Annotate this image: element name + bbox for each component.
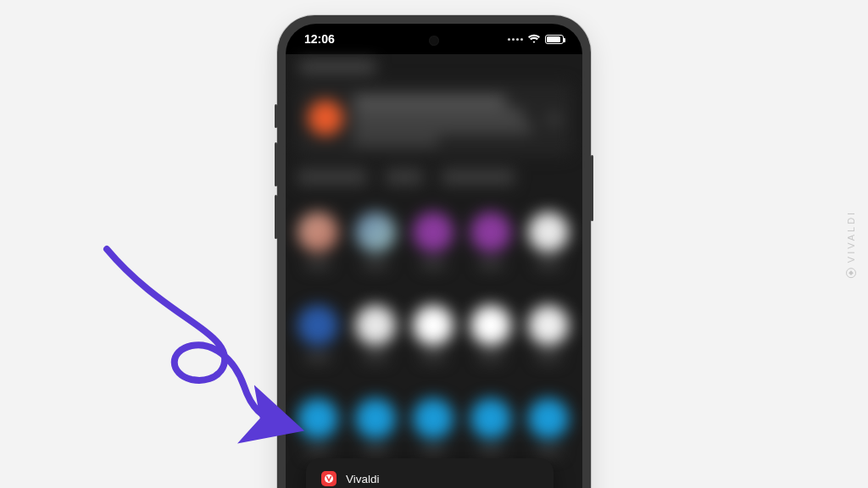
battery-icon [545,35,564,44]
watermark-text: VIVALDI [846,210,856,263]
vivaldi-app-icon [321,471,337,486]
wifi-icon [527,34,541,44]
volume-down-button [275,195,277,239]
side-button [275,104,277,128]
menu-header: Vivaldi [306,463,554,488]
annotation-arrow [92,242,329,446]
status-right [508,34,564,44]
volume-up-button [275,142,277,186]
watermark: VIVALDI [846,210,856,278]
vivaldi-watermark-icon [846,268,856,278]
menu-header-label: Vivaldi [346,473,380,485]
blurred-share-sheet-background [286,54,582,488]
signal-dots-icon [508,38,523,41]
share-target-menu: Vivaldi Vivaldi Add to Reading list [306,458,554,488]
phone-screen: 12:06 [286,24,582,488]
clock: 12:06 [304,32,335,46]
status-bar: 12:06 [286,24,582,54]
power-button [591,155,593,221]
